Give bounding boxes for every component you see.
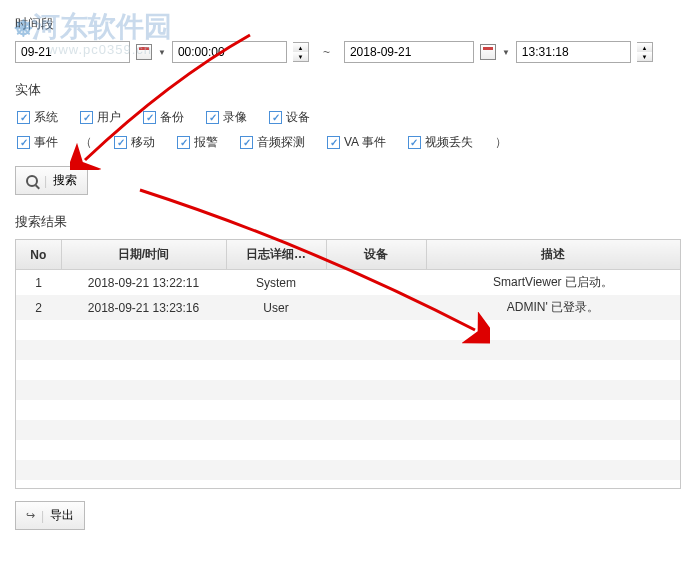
table-row-empty <box>16 480 680 489</box>
entity-row-1: 系统 用户 备份 录像 设备 <box>15 109 681 126</box>
entity-row-2: 事件 （ 移动 报警 音频探测 VA 事件 视频丢失 ） <box>15 134 681 151</box>
table-cell: SmartViewer 已启动。 <box>426 270 680 296</box>
checkbox-label: 事件 <box>34 134 58 151</box>
time-to-input[interactable] <box>516 41 631 63</box>
export-icon: ↪ <box>26 509 35 522</box>
checkbox-label: 用户 <box>97 109 121 126</box>
table-cell: ADMIN' 已登录。 <box>426 295 680 320</box>
entity-title: 实体 <box>15 81 681 99</box>
table-row[interactable]: 22018-09-21 13:23:16UserADMIN' 已登录。 <box>16 295 680 320</box>
table-cell: 2018-09-21 13:23:16 <box>61 295 226 320</box>
table-cell: 1 <box>16 270 61 296</box>
table-cell: 2 <box>16 295 61 320</box>
time-range-row: ▼ ▲ ▼ ~ ▼ ▲ ▼ <box>15 41 681 63</box>
th-detail[interactable]: 日志详细… <box>226 240 326 270</box>
checkbox-backup[interactable] <box>143 111 156 124</box>
dropdown-icon[interactable]: ▼ <box>158 48 166 57</box>
checkbox-label: 移动 <box>131 134 155 151</box>
table-row-empty <box>16 380 680 400</box>
checkbox-label: 备份 <box>160 109 184 126</box>
spinner-down-icon[interactable]: ▼ <box>637 52 652 61</box>
checkbox-audio[interactable] <box>240 136 253 149</box>
checkbox-label: VA 事件 <box>344 134 386 151</box>
table-row-empty <box>16 440 680 460</box>
checkbox-label: 报警 <box>194 134 218 151</box>
search-button[interactable]: | 搜索 <box>15 166 88 195</box>
paren-close: ） <box>495 134 507 151</box>
table-row[interactable]: 12018-09-21 13:22:11SystemSmartViewer 已启… <box>16 270 680 296</box>
checkbox-alarm[interactable] <box>177 136 190 149</box>
checkbox-system[interactable] <box>17 111 30 124</box>
table-row-empty <box>16 400 680 420</box>
table-cell <box>326 295 426 320</box>
checkbox-label: 系统 <box>34 109 58 126</box>
results-title: 搜索结果 <box>15 213 681 231</box>
table-cell: System <box>226 270 326 296</box>
checkbox-label: 设备 <box>286 109 310 126</box>
spinner-down-icon[interactable]: ▼ <box>293 52 308 61</box>
time-range-label: 时间段 <box>15 15 681 33</box>
export-button-label: 导出 <box>50 507 74 524</box>
paren-open: （ <box>80 134 92 151</box>
date-to-input[interactable] <box>344 41 474 63</box>
checkbox-videoloss[interactable] <box>408 136 421 149</box>
checkbox-label: 视频丢失 <box>425 134 473 151</box>
table-row-empty <box>16 360 680 380</box>
range-separator: ~ <box>323 45 330 59</box>
th-no[interactable]: No <box>16 240 61 270</box>
export-button[interactable]: ↪ | 导出 <box>15 501 85 530</box>
checkbox-device[interactable] <box>269 111 282 124</box>
time-to-spinner[interactable]: ▲ ▼ <box>637 42 653 62</box>
calendar-icon[interactable] <box>136 44 152 60</box>
checkbox-label: 音频探测 <box>257 134 305 151</box>
checkbox-va[interactable] <box>327 136 340 149</box>
search-button-label: 搜索 <box>53 172 77 189</box>
entity-section: 实体 系统 用户 备份 录像 设备 事件 （ 移动 报警 音频探测 VA 事件 … <box>15 81 681 151</box>
button-divider: | <box>41 509 44 523</box>
th-device[interactable]: 设备 <box>326 240 426 270</box>
th-datetime[interactable]: 日期/时间 <box>61 240 226 270</box>
search-icon <box>26 175 38 187</box>
table-row-empty <box>16 340 680 360</box>
button-divider: | <box>44 174 47 188</box>
table-row-empty <box>16 320 680 340</box>
time-from-spinner[interactable]: ▲ ▼ <box>293 42 309 62</box>
table-cell: 2018-09-21 13:22:11 <box>61 270 226 296</box>
checkbox-user[interactable] <box>80 111 93 124</box>
table-row-empty <box>16 420 680 440</box>
table-cell <box>326 270 426 296</box>
results-box: No 日期/时间 日志详细… 设备 描述 12018-09-21 13:22:1… <box>15 239 681 489</box>
results-table: No 日期/时间 日志详细… 设备 描述 12018-09-21 13:22:1… <box>16 240 680 489</box>
dropdown-icon[interactable]: ▼ <box>502 48 510 57</box>
calendar-icon[interactable] <box>480 44 496 60</box>
table-cell: User <box>226 295 326 320</box>
th-desc[interactable]: 描述 <box>426 240 680 270</box>
checkbox-label: 录像 <box>223 109 247 126</box>
table-row-empty <box>16 460 680 480</box>
time-from-input[interactable] <box>172 41 287 63</box>
spinner-up-icon[interactable]: ▲ <box>637 43 652 52</box>
checkbox-motion[interactable] <box>114 136 127 149</box>
spinner-up-icon[interactable]: ▲ <box>293 43 308 52</box>
checkbox-record[interactable] <box>206 111 219 124</box>
checkbox-event[interactable] <box>17 136 30 149</box>
date-from-input[interactable] <box>15 41 130 63</box>
